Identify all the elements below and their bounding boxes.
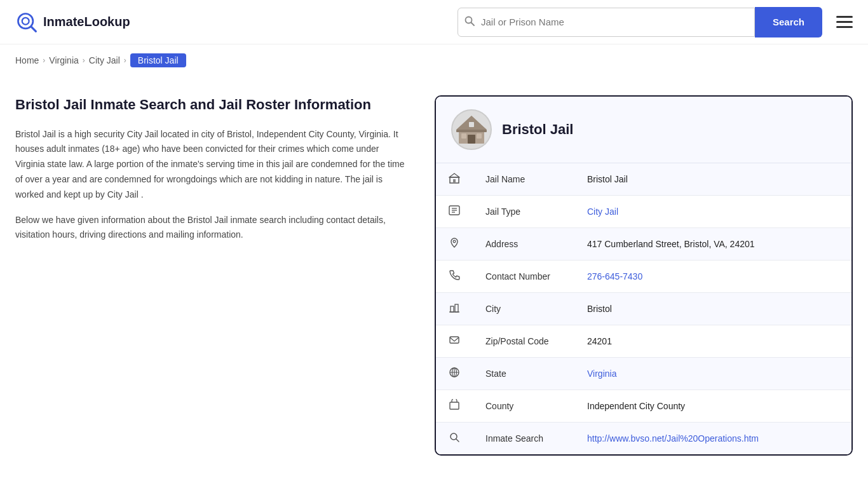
table-row: Address417 Cumberland Street, Bristol, V… — [436, 228, 851, 261]
table-row: Jail TypeCity Jail — [436, 196, 851, 228]
field-label: Inmate Search — [473, 423, 574, 455]
field-label: County — [473, 390, 574, 423]
city-icon — [436, 293, 473, 325]
field-value: 417 Cumberland Street, Bristol, VA, 2420… — [574, 228, 851, 261]
svg-line-30 — [456, 439, 459, 442]
hamburger-line-3 — [836, 26, 853, 28]
table-row: Zip/Postal Code24201 — [436, 325, 851, 358]
field-value[interactable]: City Jail — [574, 196, 851, 228]
list-icon — [436, 196, 473, 228]
field-value[interactable]: 276-645-7430 — [574, 261, 851, 293]
page-title: Bristol Jail Inmate Search and Jail Rost… — [15, 95, 409, 114]
description-paragraph-2: Below we have given information about th… — [15, 213, 409, 243]
field-label: Address — [473, 228, 574, 261]
globe-icon — [436, 358, 473, 390]
card-jail-name: Bristol Jail — [502, 121, 573, 138]
info-table: Jail NameBristol JailJail TypeCity JailA… — [436, 163, 851, 454]
field-label: State — [473, 358, 574, 390]
field-value: Independent City County — [574, 390, 851, 423]
table-row: StateVirginia — [436, 358, 851, 390]
search-magnifier-icon — [458, 16, 481, 29]
left-panel: Bristol Jail Inmate Search and Jail Rost… — [15, 95, 409, 456]
svg-rect-28 — [450, 402, 459, 409]
location-icon — [436, 228, 473, 261]
field-link[interactable]: 276-645-7430 — [587, 271, 642, 281]
field-label: Jail Name — [473, 163, 574, 196]
hamburger-line-1 — [836, 16, 853, 18]
svg-rect-21 — [455, 304, 458, 312]
info-card: Bristol Jail Jail NameBristol JailJail T… — [435, 95, 853, 456]
search-input[interactable] — [481, 8, 754, 36]
search-bar: Search — [458, 7, 822, 37]
chevron-icon-2: › — [83, 56, 85, 65]
jail-building-icon — [454, 112, 489, 147]
svg-rect-20 — [451, 306, 454, 312]
svg-rect-10 — [477, 133, 482, 139]
main-content: Bristol Jail Inmate Search and Jail Rost… — [0, 76, 868, 475]
county-icon — [436, 390, 473, 423]
table-row: Inmate Searchhttp://www.bvso.net/Jail%20… — [436, 423, 851, 455]
jail-avatar — [451, 109, 492, 150]
chevron-icon-1: › — [43, 56, 45, 65]
building-icon — [436, 163, 473, 196]
description-paragraph-1: Bristol Jail is a high security City Jai… — [15, 127, 409, 203]
field-link[interactable]: Virginia — [587, 369, 616, 379]
field-link[interactable]: http://www.bvso.net/Jail%20Operations.ht… — [587, 433, 759, 444]
svg-rect-9 — [461, 133, 466, 139]
svg-point-19 — [453, 240, 456, 243]
chevron-icon-3: › — [124, 56, 126, 65]
field-value: 24201 — [574, 325, 851, 358]
breadcrumb-city-jail[interactable]: City Jail — [89, 55, 120, 65]
svg-point-1 — [22, 17, 29, 24]
svg-rect-23 — [450, 337, 459, 343]
mail-icon — [436, 325, 473, 358]
field-label: Zip/Postal Code — [473, 325, 574, 358]
field-link[interactable]: City Jail — [587, 207, 618, 217]
card-header: Bristol Jail — [436, 97, 851, 163]
site-header: InmateLookup Search — [0, 0, 868, 44]
breadcrumb-current: Bristol Jail — [130, 53, 186, 67]
table-row: Contact Number276-645-7430 — [436, 261, 851, 293]
svg-line-4 — [471, 22, 474, 25]
field-value[interactable]: Virginia — [574, 358, 851, 390]
field-label: City — [473, 293, 574, 325]
table-row: Jail NameBristol Jail — [436, 163, 851, 196]
search-button[interactable]: Search — [755, 7, 822, 37]
field-value: Bristol — [574, 293, 851, 325]
search-icon — [436, 423, 473, 455]
breadcrumb: Home › Virginia › City Jail › Bristol Ja… — [0, 44, 868, 76]
table-row: CityBristol — [436, 293, 851, 325]
hamburger-menu-button[interactable] — [836, 16, 853, 28]
svg-rect-8 — [468, 135, 475, 144]
svg-rect-11 — [469, 122, 474, 127]
svg-rect-6 — [456, 130, 487, 132]
field-value: Bristol Jail — [574, 163, 851, 196]
search-container — [458, 8, 755, 37]
svg-rect-14 — [453, 179, 456, 183]
hamburger-line-2 — [836, 21, 853, 23]
breadcrumb-virginia[interactable]: Virginia — [49, 55, 78, 65]
logo-link[interactable]: InmateLookup — [15, 11, 130, 34]
svg-line-2 — [31, 27, 36, 31]
field-label: Contact Number — [473, 261, 574, 293]
logo-text: InmateLookup — [43, 15, 130, 29]
field-label: Jail Type — [473, 196, 574, 228]
phone-icon — [436, 261, 473, 293]
breadcrumb-home[interactable]: Home — [15, 55, 39, 65]
svg-marker-13 — [449, 173, 459, 177]
logo-icon — [15, 11, 38, 34]
table-row: CountyIndependent City County — [436, 390, 851, 423]
field-value[interactable]: http://www.bvso.net/Jail%20Operations.ht… — [574, 423, 851, 455]
